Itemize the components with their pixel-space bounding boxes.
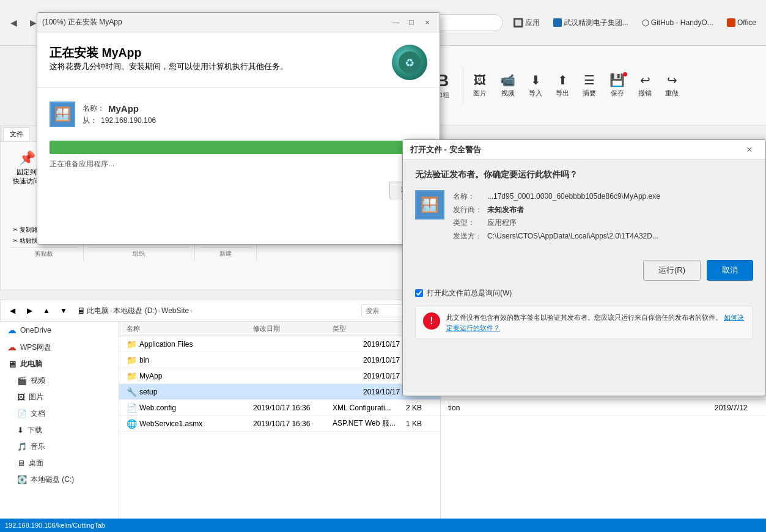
install-header: 正在安装 MyApp 这将花费几分钟时间。安装期间，您可以使用计算机执行其他任务… bbox=[37, 32, 440, 87]
sidebar-item-music[interactable]: 🎵 音乐 bbox=[0, 438, 119, 455]
sidebar-item-desktop[interactable]: 🖥 桌面 bbox=[0, 455, 119, 471]
setup-icon: 🔧 bbox=[127, 387, 137, 397]
sec-source-value: C:\Users\CTOS\AppData\Local\Apps\2.0\1T4… bbox=[487, 230, 658, 243]
file-row-webservice[interactable]: 🌐 WebService1.asmx 2019/10/17 16:36 ASP.… bbox=[119, 416, 440, 432]
nav-up-btn[interactable]: ▲ bbox=[40, 304, 53, 317]
bookmark-apps-label: 应用 bbox=[525, 18, 540, 28]
sidebar-label-video: 视频 bbox=[31, 375, 45, 386]
clipboard-group-label: 剪贴板 bbox=[10, 247, 78, 258]
bookmark-apps[interactable]: 🔲 应用 bbox=[508, 16, 545, 30]
col-name[interactable]: 名称 bbox=[122, 324, 248, 333]
install-titlebar: (100%) 正在安装 MyApp — □ × bbox=[37, 13, 440, 32]
install-title: (100%) 正在安装 MyApp bbox=[42, 17, 388, 28]
rt-save-label: 保存 bbox=[611, 89, 624, 98]
sec-publisher-row: 发行商： 未知发布者 bbox=[453, 204, 660, 217]
install-cancel-row: 取消 bbox=[50, 177, 427, 199]
rt-redo-label: 重做 bbox=[665, 89, 679, 98]
sidebar-item-docs[interactable]: 📄 文档 bbox=[0, 405, 119, 422]
sidebar-label-docs: 文档 bbox=[31, 408, 45, 419]
rt-export-btn[interactable]: ⬆ 导出 bbox=[550, 70, 575, 100]
col-type[interactable]: 类型 bbox=[328, 324, 401, 333]
right-row-4[interactable]: tion 2019/7/12 bbox=[441, 400, 766, 416]
sec-close-btn[interactable]: × bbox=[741, 141, 758, 158]
divider-1 bbox=[463, 67, 463, 104]
rt-save-btn[interactable]: 💾 保存 bbox=[603, 70, 631, 100]
breadcrumb-sep-1: › bbox=[110, 308, 112, 314]
breadcrumb-sep-3: › bbox=[190, 308, 192, 314]
file-list-header: 名称 修改日期 类型 大小 bbox=[119, 322, 440, 336]
app-icon-box: 🪟 bbox=[50, 102, 75, 127]
myapp-folder-icon: 📁 bbox=[127, 371, 137, 381]
organize-group-label: 组织 bbox=[89, 247, 190, 258]
file-row-bin[interactable]: 📁 bin 2019/10/17 16 bbox=[119, 352, 440, 368]
rt-undo-btn[interactable]: ↩ 撤销 bbox=[632, 70, 658, 100]
close-btn[interactable]: × bbox=[420, 17, 435, 29]
sec-type-value: 应用程序 bbox=[487, 216, 517, 230]
rt-undo-label: 撤销 bbox=[638, 89, 652, 98]
new-group-label: 新建 bbox=[200, 247, 251, 258]
install-header-text: 正在安装 MyApp 这将花费几分钟时间。安装期间，您可以使用计算机执行其他任务… bbox=[50, 45, 385, 72]
warning-icon: ! bbox=[423, 312, 440, 330]
myapp-name: 📁 MyApp bbox=[122, 371, 358, 381]
bookmark-github[interactable]: ⬡ GitHub - HandyO... bbox=[637, 16, 718, 29]
save-indicator bbox=[623, 72, 627, 76]
bookmark-office[interactable]: Office bbox=[722, 17, 761, 29]
bookmark-wuhan[interactable]: 武汉精测电子集团... bbox=[548, 16, 633, 30]
sec-checkbox-label: 打开此文件前总是询问(W) bbox=[427, 288, 512, 298]
breadcrumb-sep-2: › bbox=[158, 308, 160, 314]
sidebar-label-downloads: 下载 bbox=[28, 425, 42, 435]
sidebar-item-video[interactable]: 🎬 视频 bbox=[0, 372, 119, 389]
sidebar-item-downloads[interactable]: ⬇ 下载 bbox=[0, 422, 119, 438]
minimize-btn[interactable]: — bbox=[388, 17, 403, 29]
sec-checkbox[interactable] bbox=[415, 289, 423, 297]
rt-summary-btn[interactable]: ☰ 摘要 bbox=[576, 70, 602, 100]
webconfig-name: 📄 Web.config bbox=[122, 403, 248, 413]
sidebar-item-picture[interactable]: 🖼 图片 bbox=[0, 389, 119, 405]
progress-bar-container bbox=[50, 141, 427, 154]
rt-export-label: 导出 bbox=[556, 89, 569, 98]
webconfig-type: XML Configurati... bbox=[328, 404, 401, 412]
breadcrumb-website: WebSite bbox=[161, 306, 189, 315]
file-row-appfiles[interactable]: 📁 Application Files 2019/10/17 1 bbox=[119, 336, 440, 352]
sidebar-item-cdrive[interactable]: 💽 本地磁盘 (C:) bbox=[0, 471, 119, 488]
app-name-value: MyApp bbox=[108, 103, 139, 114]
file-row-myapp[interactable]: 📁 MyApp 2019/10/17 1 bbox=[119, 368, 440, 384]
sec-type-row: 类型： 应用程序 bbox=[453, 216, 660, 230]
nav-recent-btn[interactable]: ▼ bbox=[57, 304, 70, 317]
sidebar: ☁ OneDrive ☁ WPS网盘 🖥 此电脑 🎬 视频 🖼 图片 📄 文档 … bbox=[0, 322, 119, 532]
rt-video-btn[interactable]: 📹 视频 bbox=[494, 70, 521, 100]
sec-cancel-btn[interactable]: 取消 bbox=[707, 260, 753, 281]
sidebar-label-desktop: 桌面 bbox=[29, 458, 43, 468]
rt-import-btn[interactable]: ⬇ 导入 bbox=[523, 70, 548, 100]
app-source-row: 从： 192.168.190.106 bbox=[83, 116, 156, 126]
sidebar-item-wps[interactable]: ☁ WPS网盘 bbox=[0, 339, 119, 356]
sec-name-label: 名称： bbox=[453, 190, 484, 204]
sidebar-item-pc[interactable]: 🖥 此电脑 bbox=[0, 356, 119, 372]
bin-name: 📁 bin bbox=[122, 355, 358, 365]
file-row-webconfig[interactable]: 📄 Web.config 2019/10/17 16:36 XML Config… bbox=[119, 400, 440, 416]
col-date[interactable]: 修改日期 bbox=[248, 324, 328, 333]
app-name-row: 名称： MyApp bbox=[83, 103, 156, 114]
nav-back-btn[interactable]: ◀ bbox=[6, 304, 19, 317]
breadcrumb[interactable]: 🖥 此电脑 › 本地磁盘 (D:) › WebSite › bbox=[74, 303, 358, 318]
status-url: 192.168.190.106/kelin/CuttingTab bbox=[5, 522, 105, 529]
webservice-size: 1 KB bbox=[401, 419, 438, 428]
file-row-setup[interactable]: 🔧 setup 2019/10/17 1 bbox=[119, 384, 440, 400]
install-body: 🪟 名称： MyApp 从： 192.168.190.106 正在准备应用程序.… bbox=[37, 87, 440, 207]
setup-name: 🔧 setup bbox=[122, 387, 358, 397]
nav-forward-btn[interactable]: ▶ bbox=[23, 304, 36, 317]
right-toolbar: B 加粗 🖼 图片 📹 视频 ⬇ 导入 ⬆ 导出 ☰ 摘要 💾 保存 ↩ 撤销 … bbox=[428, 46, 766, 125]
docs-folder-icon: 📄 bbox=[17, 409, 27, 418]
tab-file[interactable]: 文件 bbox=[3, 127, 30, 141]
music-folder-icon: 🎵 bbox=[17, 442, 27, 451]
rt-redo-btn[interactable]: ↪ 重做 bbox=[659, 70, 685, 100]
maximize-btn[interactable]: □ bbox=[404, 17, 419, 29]
video-icon: 📹 bbox=[500, 73, 515, 87]
sidebar-item-onedrive[interactable]: ☁ OneDrive bbox=[0, 322, 119, 339]
computer-icon: 🖥 bbox=[77, 306, 86, 316]
rt-image-btn[interactable]: 🖼 图片 bbox=[467, 71, 493, 100]
run-btn[interactable]: 运行(R) bbox=[643, 260, 701, 281]
sec-source-label: 发送方： bbox=[453, 230, 484, 243]
back-button[interactable]: ◀ bbox=[5, 14, 22, 31]
bookmark-github-label: GitHub - HandyO... bbox=[651, 18, 713, 27]
